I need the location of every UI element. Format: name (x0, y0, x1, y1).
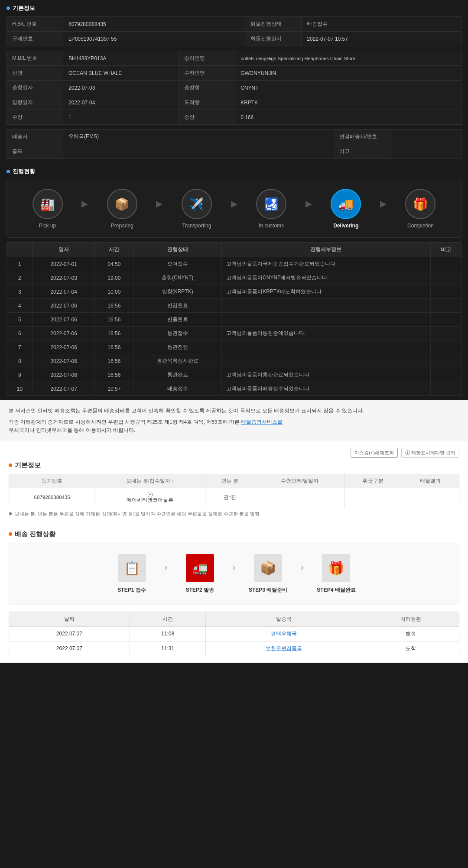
row-time: 16:56 (95, 340, 133, 354)
row-no: 2 (7, 271, 33, 285)
col-sender: 보내는 분/접수일자 ↑ (95, 474, 205, 488)
mbl-label: M.B/L 번호 (7, 51, 63, 66)
row-detail: 고객님의물품이국제운송접수가완료되었습니다. (222, 257, 430, 271)
col-delivery-date: 수령인/배달일자 (255, 474, 344, 488)
tracking-row: 10 2022-07-07 10:57 배송접수 고객님의물품이배송접수되었습니… (7, 382, 462, 396)
row-time: 16:56 (95, 313, 133, 327)
col-result: 배달결과 (402, 474, 459, 488)
step-pickup: 🏭 Pick up (16, 189, 79, 229)
row-time: 16:56 (95, 354, 133, 368)
notice-box: 본 서비스인 인터넷 배송조회는 우편물의 배송상태를 고객이 신속히 확인할 … (0, 400, 468, 441)
office-link[interactable]: 부천우편집중국 (266, 645, 302, 651)
row-status: 입항(KRPTK) (133, 285, 222, 299)
row-no: 9 (7, 368, 33, 382)
result-cell (402, 488, 459, 507)
row-time: 16:56 (95, 368, 133, 382)
col-receiver: 받는 분 (205, 474, 255, 488)
weight-value: 0.166 (235, 110, 462, 125)
delivery-arrow2: › (232, 562, 235, 573)
office-link[interactable]: 평택우체국 (271, 631, 297, 637)
row-date: 2022-07-06 (32, 299, 95, 313)
tracking-no-cell: 6079280388435 (9, 488, 95, 507)
row-note (430, 368, 461, 382)
col-tracking: 등기번호 (9, 474, 95, 488)
notice-link[interactable]: 배달증명서비스를 (241, 419, 283, 424)
step-completion: 🎁 Completion (389, 189, 452, 229)
mbl-value: BH1489YP013A (63, 51, 179, 66)
row-detail (222, 313, 430, 327)
cargo-status-label: 화물진행상태 (245, 17, 302, 32)
vessel-label: 선명 (7, 66, 63, 81)
delivery-tracking-table: 날짜 시간 발송국 처리현황 2022.07.07 11:08 평택우체국 발송… (9, 612, 459, 656)
basic-info2-section: 마스킹(+)해제조회 ⓘ 제한표시에대한 근거 기본정보 등기번호 보내는 분/… (0, 441, 468, 524)
row-no: 5 (7, 313, 33, 327)
carrier-label: 배송사 (7, 130, 63, 144)
step-preparing-icon: 📦 (107, 189, 137, 219)
plus-indicator: (+) (147, 492, 153, 497)
del-row-status: 발송 (362, 626, 459, 641)
row-date: 2022-07-06 (32, 340, 95, 354)
departure-date-value: 2022-07-03 (63, 81, 179, 95)
tracking-row: 5 2022-07-06 16:56 반출완료 (7, 313, 462, 327)
row-no: 4 (7, 299, 33, 313)
tracking-row: 1 2022-07-01 04:50 오더접수 고객님의물품이국제운송접수가완료… (7, 257, 462, 271)
qty-label: 수량 (7, 110, 63, 125)
row-time: 10:00 (95, 285, 133, 299)
row-note (430, 299, 461, 313)
step-completion-label: Completion (407, 223, 434, 229)
del-row-date: 2022.07.07 (9, 626, 130, 641)
col-type: 취급구분 (344, 474, 402, 488)
del-row-time: 11:31 (130, 641, 206, 656)
col-time: 시간 (95, 243, 133, 257)
del-col-office: 발송국 (206, 612, 362, 626)
row-detail (222, 299, 430, 313)
step-pickup-label: Pick up (39, 223, 56, 229)
col-note: 비고 (430, 243, 461, 257)
step-delivering-icon: 🚚 (331, 189, 361, 219)
row-detail: 고객님의물품이통관완료되었습니다. (222, 368, 430, 382)
row-note (430, 313, 461, 327)
arrival-date-label: 입항일자 (7, 95, 63, 110)
type-cell (344, 488, 402, 507)
sender-name: 에이씨티엔코아물류 (127, 497, 173, 502)
row-status: 출항(CNYNT) (133, 271, 222, 285)
row-note (430, 327, 461, 340)
row-status: 반입완료 (133, 299, 222, 313)
shipper-value: outlets dengHigh Specializing Heaphones … (235, 51, 462, 66)
arrow3: ▶ (231, 198, 237, 209)
row-time: 04:50 (95, 257, 133, 271)
col-no (7, 243, 33, 257)
step-customs: 🛃 In customs (240, 189, 303, 229)
basic-info2-row: 6079280388435 (+) 에이씨티엔코아물류 권*진 (9, 488, 459, 507)
del-row-date: 2022.07.07 (9, 641, 130, 656)
notice-text2: 각종 이해관계의 증거자료로 사용하시려면 우편법 시행규칙 제25조 제1항 … (9, 418, 459, 435)
cargo-date-label: 화물진행일시 (245, 32, 302, 46)
basic-info-table: H.B/L 번호 6079280388435 화물진행상태 배송접수 구매번호 … (6, 16, 462, 46)
order-no-value: LP005190741397 55 (63, 32, 245, 46)
carrier-value: 우체국(EMS) (63, 130, 334, 144)
delivery-steps: 📋 STEP1 접수 › 🚛 STEP2 발송 › 📦 STEP3 배달준비 ›… (9, 543, 459, 605)
del-col-time: 시간 (130, 612, 206, 626)
progress-container: 🏭 Pick up ▶ 📦 Preparing ▶ ✈️ Transportin… (6, 180, 462, 238)
step-customs-label: In customs (259, 223, 284, 229)
col-date: 일자 (32, 243, 95, 257)
info-bar: 마스킹(+)해제조회 ⓘ 제한표시에대한 근거 (9, 448, 459, 458)
row-no: 8 (7, 354, 33, 368)
delivery-step4: 🎁 STEP4 배달완료 (304, 554, 369, 594)
step-delivering: 🚚 Delivering (314, 189, 378, 229)
info-button[interactable]: ⓘ 제한표시에대한 근거 (401, 448, 459, 458)
row-date: 2022-07-01 (32, 257, 95, 271)
remark-value (390, 144, 461, 159)
step-transporting-icon: ✈️ (182, 189, 212, 219)
step-preparing-label: Preparing (111, 223, 133, 229)
tracking-row: 7 2022-07-06 16:56 통관진행 (7, 340, 462, 354)
tracking-row: 2 2022-07-03 19:00 출항(CNYNT) 고객님의물품이CNYN… (7, 271, 462, 285)
masking-button[interactable]: 마스킹(+)해제조회 (351, 448, 398, 458)
row-date: 2022-07-06 (32, 368, 95, 382)
delivery-row: 2022.07.07 11:08 평택우체국 발송 (9, 626, 459, 641)
row-date: 2022-07-06 (32, 327, 95, 340)
arrow4: ▶ (306, 198, 312, 209)
origin-port-label: 출발항 (179, 81, 235, 95)
arrow5: ▶ (380, 198, 387, 209)
basic-info2-note: ▶ 보내는 분, 받는 분은 우편물 상에 기재된 성명(회사명 등)을 말하며… (9, 511, 459, 517)
